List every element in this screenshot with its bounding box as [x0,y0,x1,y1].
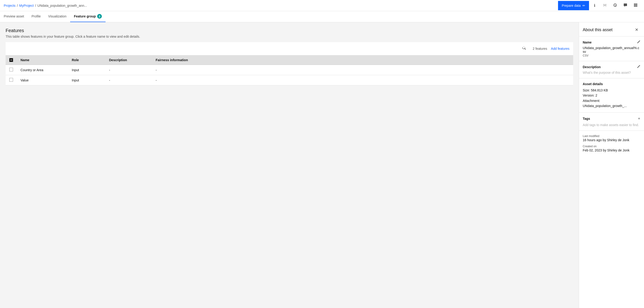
flow-button[interactable] [600,1,610,10]
panel-header: About this asset ✕ [579,22,644,36]
beta-badge: β [97,14,102,19]
row1-checkbox-cell[interactable] [6,65,17,75]
breadcrumb-sep2: / [35,4,36,7]
tab-feature-group[interactable]: Feature group β [70,11,106,22]
history-icon [613,3,617,8]
tab-preview-label: Preview asset [4,14,24,18]
row1-fairness: - [152,65,573,75]
chat-icon [624,3,627,8]
panel-title: About this asset [583,27,612,32]
tab-profile[interactable]: Profile [28,11,44,22]
col-description: Description [105,55,152,65]
tab-preview[interactable]: Preview asset [0,11,28,22]
prepare-data-label: Prepare data [562,4,581,7]
table-row[interactable]: Country or Area Input - - [6,65,573,75]
edit-icon: ✏ [582,4,585,7]
features-table-container: 2 features Add features Name Role Descri… [6,42,573,85]
content-area: Features This table shows features in yo… [0,22,579,308]
tab-visualization-label: Visualization [48,14,66,18]
panel-name-label: Name [583,40,640,44]
row2-fairness: - [152,75,573,85]
svg-rect-6 [634,6,635,7]
info-button[interactable]: ℹ [590,1,599,10]
chat-button[interactable] [621,1,630,10]
panel-tags-label: Tags + [583,116,640,121]
panel-name-value: UNdata_population_growth_annual%.csv [583,46,640,53]
row1-checkbox[interactable] [9,68,13,71]
panel-meta: Last modified 16 hours ago by Shirley de… [579,131,644,159]
select-all-header[interactable] [6,55,17,65]
right-panel: About this asset ✕ Name UNdata_populatio… [579,22,644,308]
panel-name-section: Name UNdata_population_growth_annual%.cs… [579,36,644,61]
panel-asset-details-label: Asset details [583,82,640,86]
tags-add-button[interactable]: + [638,116,640,121]
panel-tags-placeholder: Add tags to make assets easier to find. [583,123,640,127]
svg-rect-1 [635,3,636,4]
tab-profile-label: Profile [32,14,41,18]
row2-checkbox[interactable] [9,78,13,82]
row2-name[interactable]: Value [17,75,68,85]
svg-rect-5 [636,5,637,5]
panel-description-section: Description What's the purpose of this a… [579,61,644,78]
search-button[interactable] [520,44,529,53]
desc-edit-button[interactable] [637,65,640,69]
apps-icon [634,3,638,8]
svg-rect-2 [636,3,637,4]
features-table: Name Role Description Fairness informati… [6,55,573,85]
panel-name-type: CSV [583,54,640,57]
last-modified-value: 16 hours ago by Shirley de Jonk [583,138,640,142]
info-icon: ℹ [594,3,595,8]
col-role: Role [68,55,105,65]
panel-desc-placeholder: What's the purpose of this asset? [583,71,640,74]
row2-checkbox-cell[interactable] [6,75,17,85]
breadcrumb-projects[interactable]: Projects [4,4,16,7]
col-name: Name [17,55,68,65]
breadcrumb-project[interactable]: MyProject [19,4,34,7]
panel-desc-label: Description [583,65,640,69]
apps-button[interactable] [631,1,640,10]
topbar-actions: Prepare data ✏ ℹ [558,1,640,10]
row1-role: Input [68,65,105,75]
col-fairness: Fairness information [152,55,573,65]
svg-rect-7 [635,6,636,7]
panel-attachment: Attachment: UNdata_population_growth_... [583,98,640,109]
name-edit-button[interactable] [637,40,640,44]
table-header-row: Name Role Description Fairness informati… [6,55,573,65]
table-row[interactable]: Value Input - - [6,75,573,85]
breadcrumb: Projects / MyProject / UNdata_population… [4,4,87,7]
flow-icon [603,3,607,8]
tab-bar: Preview asset Profile Visualization Feat… [0,11,644,22]
row1-name[interactable]: Country or Area [17,65,68,75]
topbar: Projects / MyProject / UNdata_population… [0,0,644,11]
search-icon [522,46,526,51]
svg-rect-3 [634,5,635,5]
svg-rect-4 [635,5,636,5]
panel-close-button[interactable]: ✕ [633,26,640,33]
main-layout: Features This table shows features in yo… [0,22,644,308]
row1-desc: - [105,65,152,75]
row2-desc: - [105,75,152,85]
svg-rect-8 [636,6,637,7]
tab-feature-group-label: Feature group [74,14,96,18]
history-button[interactable] [610,1,620,10]
breadcrumb-sep1: / [17,4,18,7]
panel-version: Version: 2 [583,93,640,98]
features-header: Features This table shows features in yo… [6,28,573,38]
panel-tags-section: Tags + Add tags to make assets easier to… [579,113,644,131]
features-title: Features [6,28,573,33]
features-count: 2 features [533,47,547,50]
panel-size: Size: 584.813 KB [583,88,640,93]
tab-visualization[interactable]: Visualization [44,11,70,22]
table-toolbar: 2 features Add features [6,42,573,55]
svg-rect-0 [634,3,635,4]
last-modified-label: Last modified [583,135,640,138]
created-label: Created on [583,145,640,148]
add-features-button[interactable]: Add features [551,47,570,50]
breadcrumb-file: UNdata_population_growth_ann... [38,4,87,7]
select-all-checkbox[interactable] [9,58,13,62]
row2-role: Input [68,75,105,85]
prepare-data-button[interactable]: Prepare data ✏ [558,1,589,10]
features-subtitle: This table shows features in your featur… [6,35,573,38]
created-value: Feb 02, 2023 by Shirley de Jonk [583,149,640,152]
panel-asset-details-section: Asset details Size: 584.813 KB Version: … [579,78,644,113]
